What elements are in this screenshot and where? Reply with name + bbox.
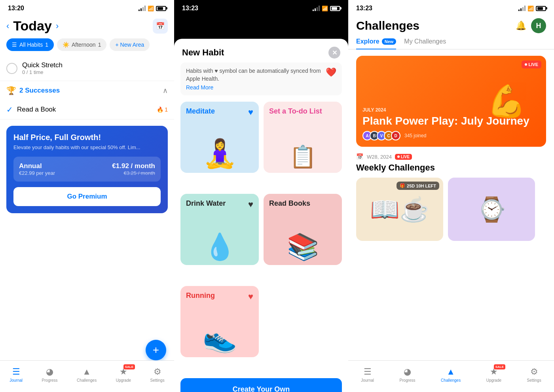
weekly-live-badge: LIVE xyxy=(395,154,412,160)
new-badge: New xyxy=(382,38,397,45)
progress-r-icon: ◕ xyxy=(404,367,411,377)
bottom-nav-right: ☰ Journal ◕ Progress ▲ Challenges SALE ★… xyxy=(348,360,554,392)
right-panel: 13:23 📶 Challenges 🔔 H Explore New xyxy=(348,0,554,392)
calendar-button[interactable]: 📅 xyxy=(153,19,168,34)
signal-bar-4 xyxy=(144,6,146,11)
gift-icon: 🎁 xyxy=(400,183,405,188)
nav-r-challenges[interactable]: ▲ Challenges xyxy=(441,367,461,383)
sale-badge: SALE xyxy=(123,364,135,369)
running-emoji: 👟 xyxy=(203,322,237,354)
signal-bar-2 xyxy=(140,8,142,11)
battery-fill-left xyxy=(157,7,163,10)
create-own-button[interactable]: Create Your Own xyxy=(180,378,342,392)
chevron-up-icon[interactable]: ∧ xyxy=(163,86,168,95)
water-card[interactable]: Drink Water ♥ 💧 xyxy=(180,194,259,265)
read-book-left: ✓ Read a Book xyxy=(6,105,56,114)
status-icons-middle: 📶 xyxy=(313,6,340,11)
time-right: 13:23 xyxy=(356,5,372,12)
health-content: Habits with ♥ symbol can be automaticall… xyxy=(186,67,322,91)
weekly-cards: 🎁 25D 10H LEFT 📖☕ ⌚ xyxy=(356,178,546,241)
plan-right: €1.92 / month €3.25 / month xyxy=(112,162,155,176)
read-more-link[interactable]: Read More xyxy=(186,84,322,91)
habit-checkbox[interactable] xyxy=(6,63,17,74)
next-day-button[interactable]: › xyxy=(56,21,59,31)
featured-challenge-card[interactable]: LIVE 💪 JULY 2024 Plank Power Play: July … xyxy=(356,56,546,147)
heart-icon: ❤️ xyxy=(326,67,336,78)
nav-upgrade[interactable]: SALE ★ Upgrade xyxy=(116,367,131,383)
journal-label: Journal xyxy=(9,378,23,383)
books-card[interactable]: Read Books 📚 xyxy=(264,194,342,265)
signal-bar-r1 xyxy=(518,9,520,11)
left-header: ‹ Today › 📅 xyxy=(0,15,174,38)
nav-r-upgrade[interactable]: SALE ★ Upgrade xyxy=(486,367,501,383)
plan-label: Annual xyxy=(19,162,55,170)
meditate-card[interactable]: Meditate ♥ 🧘‍♀️ xyxy=(180,102,259,173)
close-button[interactable]: ✕ xyxy=(328,47,340,59)
nav-r-settings[interactable]: ⚙ Settings xyxy=(527,367,541,383)
settings-r-label: Settings xyxy=(527,378,541,383)
tab-my-challenges[interactable]: My Challenges xyxy=(404,38,446,49)
successes-header[interactable]: 🏆 2 Successes ∧ xyxy=(0,81,174,100)
nav-settings[interactable]: ⚙ Settings xyxy=(150,367,165,383)
participant-5: D xyxy=(391,131,400,140)
settings-r-icon: ⚙ xyxy=(530,367,538,377)
modal-title: New Habit xyxy=(182,47,224,58)
upgrade-label: Upgrade xyxy=(116,378,131,383)
status-icons-left: 📶 xyxy=(138,6,166,11)
nav-progress[interactable]: ◕ Progress xyxy=(42,367,58,383)
health-notice: Habits with ♥ symbol can be automaticall… xyxy=(180,62,342,95)
promo-sub: Elevate your daily habits with our speci… xyxy=(13,144,161,150)
nav-r-journal[interactable]: ☰ Journal xyxy=(361,367,374,383)
weekly-meta: 📅 W28, 2024 LIVE xyxy=(356,153,546,160)
read-book-row[interactable]: ✓ Read a Book 🔥 1 xyxy=(0,100,174,119)
weekly-card-1-illus: 📖☕ xyxy=(370,195,429,223)
checkmark-icon: ✓ xyxy=(6,105,13,114)
habits-grid: Meditate ♥ 🧘‍♀️ Set a To-do List 📋 Drink… xyxy=(174,102,348,373)
prev-day-button[interactable]: ‹ xyxy=(6,21,9,31)
status-bar-left: 13:20 📶 xyxy=(0,0,174,15)
running-heart-icon: ♥ xyxy=(248,292,253,302)
weekly-card-2[interactable]: ⌚ xyxy=(448,178,535,241)
trophy-icon: 🏆 xyxy=(6,86,16,95)
bell-icon[interactable]: 🔔 xyxy=(516,21,526,31)
signal-bar-m3 xyxy=(317,7,318,11)
promo-card: Half Price, Full Growth! Elevate your da… xyxy=(6,126,168,213)
nav-r-progress[interactable]: ◕ Progress xyxy=(400,367,416,383)
status-bar-right: 13:23 📶 xyxy=(348,0,554,15)
battery-right xyxy=(536,6,546,11)
water-emoji: 💧 xyxy=(204,232,236,262)
add-habit-fab[interactable]: + xyxy=(146,340,166,360)
quick-stretch-row[interactable]: Quick Stretch 0 / 1 time xyxy=(0,56,174,81)
challenges-tabs: Explore New My Challenges xyxy=(348,33,554,49)
all-habits-label: All Habits xyxy=(19,42,43,48)
water-label: Drink Water xyxy=(180,194,259,208)
new-area-button[interactable]: + New Area xyxy=(110,38,150,51)
progress-label: Progress xyxy=(42,378,58,383)
weekly-card-1[interactable]: 🎁 25D 10H LEFT 📖☕ xyxy=(356,178,443,241)
book-name: Read a Book xyxy=(17,106,56,114)
fire-icon: 🔥 xyxy=(157,106,163,113)
weekly-card-timer: 🎁 25D 10H LEFT xyxy=(397,182,439,190)
go-premium-button[interactable]: Go Premium xyxy=(13,187,161,206)
todo-card[interactable]: Set a To-do List 📋 xyxy=(264,102,342,173)
afternoon-filter[interactable]: ☀️ Afternoon 1 xyxy=(57,38,107,51)
user-avatar[interactable]: H xyxy=(531,18,546,33)
wifi-right: 📶 xyxy=(527,6,534,11)
weekly-card-2-illus: ⌚ xyxy=(477,195,507,223)
all-habits-filter[interactable]: ☰ All Habits 1 xyxy=(6,38,54,51)
running-card[interactable]: Running ♥ 👟 xyxy=(180,286,259,357)
signal-bar-m1 xyxy=(313,9,314,11)
timer-text: 25D 10H LEFT xyxy=(407,184,436,188)
todo-illustration: 📋 xyxy=(264,125,342,173)
signal-middle xyxy=(313,6,320,11)
battery-middle xyxy=(330,6,340,11)
plan-price: €1.92 / month xyxy=(112,162,155,170)
time-left: 13:20 xyxy=(8,5,24,12)
tab-explore[interactable]: Explore New xyxy=(356,38,396,49)
habit-name: Quick Stretch xyxy=(22,61,63,69)
running-label: Running xyxy=(180,286,259,300)
water-illustration: 💧 xyxy=(180,218,259,265)
challenges-r-label: Challenges xyxy=(441,378,461,383)
nav-journal[interactable]: ☰ Journal xyxy=(9,367,23,383)
nav-challenges[interactable]: ▲ Challenges xyxy=(77,367,97,383)
